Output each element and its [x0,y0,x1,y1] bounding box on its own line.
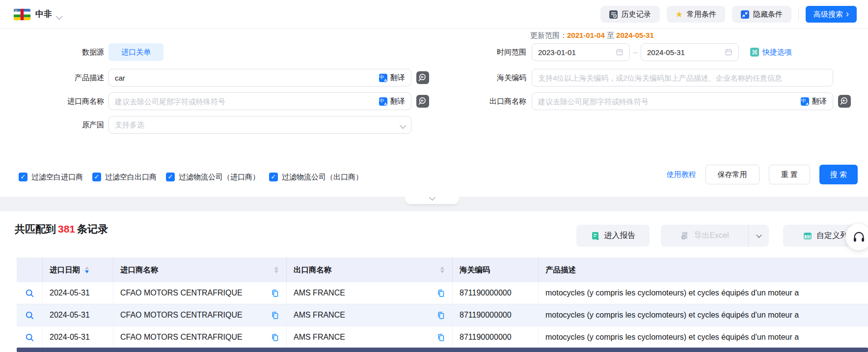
collapse-search-panel-button[interactable] [405,194,459,204]
export-file-icon [680,231,689,240]
filter-logistics-importer[interactable]: ✓ 过滤物流公司（进口商） [166,173,260,182]
row-detail-magnifier-icon[interactable] [25,333,34,342]
hs-code-input[interactable] [538,74,827,82]
calendar-icon [616,48,624,56]
date-to-field[interactable] [641,43,739,61]
similar-search-icon-button[interactable] [416,71,429,84]
customer-service-button[interactable] [845,224,868,250]
copy-icon[interactable] [271,333,279,342]
cell-importer: CFAO MOTORS CENTRAFRIQUE [113,326,287,348]
time-range-label: 时间范围 [432,43,526,61]
similar-search-icon-button[interactable] [416,95,429,108]
country-flag-icon [14,9,30,20]
calendar-icon [725,48,732,56]
checkbox-checked-icon[interactable]: ✓ [19,173,27,181]
cell-import-date: 2024-05-31 [43,326,113,348]
cell-hs-code: 871190000000 [453,304,539,326]
advanced-search-button[interactable]: 高级搜索 › [806,6,857,23]
header-import-date[interactable]: 进口日期 [43,258,113,282]
origin-country-label: 原产国 [0,116,104,134]
sort-icons[interactable] [85,266,89,273]
update-range-note: 更新范围：2021-01-04 至 2024-05-31 [530,31,654,40]
results-panel: 共匹配到381条记录 进入报告 导出Excel 自定义列 [0,211,868,352]
translate-icon: 中A [801,97,809,106]
date-from-field[interactable] [532,43,630,61]
product-desc-input[interactable] [115,74,379,82]
chevron-down-icon [401,121,405,129]
copy-icon[interactable] [437,311,445,320]
export-dropdown-button[interactable] [749,225,769,247]
translate-icon: 中A [379,97,387,106]
cell-exporter: AMS FRANCE [287,282,453,304]
product-desc-label: 产品描述 [0,69,104,87]
cell-product-desc: motocycles (y compris les cyclomoteurs) … [539,326,868,348]
cell-hs-code: 871190000000 [453,326,539,348]
copy-icon[interactable] [437,289,445,297]
save-conditions-button[interactable]: 保存常用 [705,165,760,184]
export-excel-group: 导出Excel [661,225,769,247]
translate-button[interactable]: 中A 翻译 [379,97,405,106]
translate-button[interactable]: 中A 翻译 [801,97,827,106]
topbar: 中非 历史记录 ★ 常用条件 隐藏条件 高级搜索 › [0,0,868,29]
quick-options-button[interactable]: ⌘ 快捷选项 [750,43,792,61]
row-detail-magnifier-icon[interactable] [25,289,34,298]
horizontal-scrollbar[interactable] [17,348,868,352]
date-range-separator: – [631,43,639,61]
translate-button[interactable]: 中A 翻译 [379,73,405,83]
table-header-row: 进口日期 进口商名称 出口商名称 海关编码 产品描述 [17,258,868,282]
checkbox-checked-icon[interactable]: ✓ [166,173,175,181]
cell-product-desc: motocycles (y compris les cyclomoteurs) … [539,304,868,326]
enter-report-button[interactable]: 进入报告 [576,225,650,247]
header-detail-col [17,258,43,282]
columns-icon [803,232,812,240]
row-detail-magnifier-icon[interactable] [25,311,34,320]
filter-blank-importer[interactable]: ✓ 过滤空白进口商 [19,173,83,182]
hs-code-label: 海关编码 [432,69,526,87]
data-source-tab-import[interactable]: 进口关单 [108,43,163,61]
filter-logistics-exporter[interactable]: ✓ 过滤物流公司（出口商） [269,173,363,182]
header-product-desc: 产品描述 [539,258,868,282]
table-row[interactable]: 2024-05-31 CFAO MOTORS CENTRAFRIQUE AMS … [17,282,868,304]
history-button[interactable]: 历史记录 [600,6,660,23]
hs-code-field[interactable] [532,69,833,87]
exporter-input[interactable] [538,97,801,106]
results-summary: 共匹配到381条记录 [15,222,108,236]
table-row[interactable]: 2024-05-31 CFAO MOTORS CENTRAFRIQUE AMS … [17,326,868,349]
search-button[interactable]: 搜 索 [819,165,858,184]
copy-icon[interactable] [437,333,445,342]
exporter-field[interactable]: 中A 翻译 [532,92,833,110]
star-icon: ★ [676,10,683,19]
date-to-input[interactable] [647,48,725,57]
product-desc-field[interactable]: 中A 翻译 [108,69,411,87]
update-range-start: 2021-01-04 [567,31,605,39]
checkbox-checked-icon[interactable]: ✓ [269,173,278,181]
date-from-input[interactable] [538,48,616,57]
reset-button[interactable]: 重 置 [769,165,810,184]
origin-country-select[interactable]: 支持多选 [108,116,411,134]
copy-icon[interactable] [271,289,279,297]
importer-field[interactable]: 中A 翻译 [108,92,411,110]
command-icon: ⌘ [750,48,759,57]
hide-conditions-button[interactable]: 隐藏条件 [732,6,791,23]
importer-input[interactable] [115,97,379,106]
header-importer-name[interactable]: 进口商名称 [113,258,287,282]
filters-row: ✓ 过滤空白进口商 ✓ 过滤空白出口商 ✓ 过滤物流公司（进口商） ✓ 过滤物流… [19,167,363,187]
cell-exporter: AMS FRANCE [287,326,453,348]
cell-import-date: 2024-05-31 [43,304,113,326]
translate-icon: 中A [379,74,387,82]
sort-icons[interactable] [440,266,444,273]
chevron-down-icon [756,232,761,237]
header-exporter-name[interactable]: 出口商名称 [287,258,453,282]
tutorial-link[interactable]: 使用教程 [667,170,696,179]
table-row[interactable]: 2024-05-31 CFAO MOTORS CENTRAFRIQUE AMS … [17,304,868,326]
country-dropdown-button[interactable] [57,12,61,21]
cell-importer: CFAO MOTORS CENTRAFRIQUE [113,304,287,326]
similar-search-icon-button[interactable] [838,95,851,108]
arrow-right-icon: › [846,9,849,18]
favorite-conditions-button[interactable]: ★ 常用条件 [667,6,725,23]
filter-blank-exporter[interactable]: ✓ 过滤空白出口商 [92,173,157,182]
sort-icons[interactable] [274,266,278,273]
export-excel-button[interactable]: 导出Excel [661,225,749,247]
checkbox-checked-icon[interactable]: ✓ [92,173,101,181]
copy-icon[interactable] [271,311,279,320]
